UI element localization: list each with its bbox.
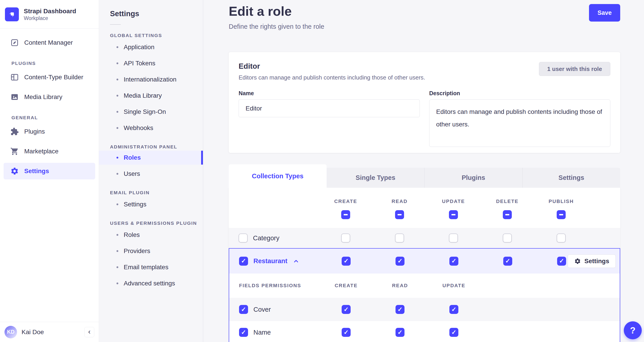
subnav-section-administration-panel: ADMINISTRATION PANEL bbox=[99, 144, 203, 150]
tab-plugins[interactable]: Plugins bbox=[424, 168, 522, 188]
restaurant-create-checkbox[interactable] bbox=[342, 257, 350, 266]
select-all-update-checkbox[interactable] bbox=[449, 210, 458, 219]
cover-update-checkbox[interactable] bbox=[450, 305, 458, 314]
nav-row: Settings bbox=[0, 161, 99, 181]
sidebar-item-content-manager[interactable]: Content Manager bbox=[4, 34, 95, 51]
subnav-item-media-library[interactable]: Media Library bbox=[99, 88, 203, 104]
bullet-icon bbox=[116, 234, 118, 236]
bullet-icon bbox=[116, 95, 118, 97]
restaurant-publish-checkbox[interactable] bbox=[557, 257, 566, 266]
subnav-item-email-templates[interactable]: Email templates bbox=[99, 259, 203, 275]
tab-single-types[interactable]: Single Types bbox=[326, 168, 424, 188]
restaurant-delete-checkbox[interactable] bbox=[503, 257, 512, 266]
subnav-item-internationalization[interactable]: Internationalization bbox=[99, 71, 203, 88]
subnav-item-label: Roles bbox=[124, 231, 140, 238]
role-description-textarea[interactable]: Editors can manage and publish contents … bbox=[429, 100, 610, 147]
users-with-role-button[interactable]: 1 user with this role bbox=[539, 62, 610, 76]
subnav-item-label: Email templates bbox=[124, 264, 168, 271]
cell-update bbox=[427, 305, 481, 314]
bullet-icon bbox=[116, 173, 118, 175]
role-card-text: Editor Editors can manage and publish co… bbox=[238, 62, 425, 81]
nav-row: Content-Type Builder bbox=[0, 67, 99, 87]
inactive-tab-strip: Single Types Plugins Settings bbox=[326, 168, 620, 188]
subnav-item-label: Webhooks bbox=[124, 124, 153, 132]
select-all-create-checkbox[interactable] bbox=[341, 210, 350, 219]
cover-row-checkbox[interactable] bbox=[239, 305, 248, 314]
main-content: Edit a role Define the rights given to t… bbox=[203, 0, 644, 342]
layout-icon bbox=[10, 73, 19, 82]
subnav-item-webhooks[interactable]: Webhooks bbox=[99, 120, 203, 136]
bullet-icon bbox=[116, 46, 118, 48]
bullet-icon bbox=[116, 203, 118, 205]
name-create-checkbox[interactable] bbox=[342, 328, 350, 337]
sidebar-item-label: Content-Type Builder bbox=[24, 74, 83, 81]
row-label: Cover bbox=[254, 306, 271, 313]
subnav-item-roles-admin[interactable]: Roles bbox=[99, 151, 203, 165]
subnav-item-api-tokens[interactable]: API Tokens bbox=[99, 55, 203, 71]
select-all-read-checkbox[interactable] bbox=[395, 210, 404, 219]
cover-read-checkbox[interactable] bbox=[396, 305, 404, 314]
select-all-publish-checkbox[interactable] bbox=[557, 210, 566, 219]
collapse-sidebar-button[interactable]: ‹ bbox=[84, 327, 94, 337]
subnav-item-application[interactable]: Application bbox=[99, 39, 203, 55]
sidebar-item-settings[interactable]: Settings bbox=[4, 163, 95, 179]
category-update-checkbox[interactable] bbox=[449, 233, 458, 242]
divider bbox=[110, 24, 121, 25]
subnav-item-users[interactable]: Users bbox=[99, 166, 203, 182]
save-button[interactable]: Save bbox=[589, 4, 620, 22]
category-row-checkbox[interactable] bbox=[238, 233, 248, 242]
workspace-brand[interactable]: Strapi Dashboard Workplace bbox=[0, 0, 99, 29]
user-bar[interactable]: KD Kai Doe ‹ bbox=[0, 322, 99, 342]
brand-subtitle: Workplace bbox=[24, 15, 76, 21]
subnav-item-advanced-settings[interactable]: Advanced settings bbox=[99, 275, 203, 291]
cover-create-checkbox[interactable] bbox=[342, 305, 350, 314]
bullet-icon bbox=[116, 282, 118, 284]
table-row-restaurant: Restaurant Settings bbox=[229, 249, 620, 273]
select-all-delete-checkbox[interactable] bbox=[503, 210, 512, 219]
description-field-group: Description Editors can manage and publi… bbox=[429, 90, 610, 148]
category-read-checkbox[interactable] bbox=[395, 233, 404, 242]
name-field-group: Name bbox=[238, 90, 420, 148]
app-root: Strapi Dashboard Workplace Content Manag… bbox=[0, 0, 644, 342]
role-name-input[interactable] bbox=[238, 100, 420, 117]
sidebar-item-marketplace[interactable]: Marketplace bbox=[4, 143, 95, 160]
restaurant-row-checkbox[interactable] bbox=[239, 257, 248, 266]
restaurant-settings-button[interactable]: Settings bbox=[568, 254, 616, 268]
tab-settings[interactable]: Settings bbox=[522, 168, 620, 188]
column-publish: PUBLISH bbox=[534, 197, 588, 219]
strapi-glyph bbox=[8, 10, 16, 19]
chevron-left-icon: ‹ bbox=[88, 328, 91, 335]
subnav-item-label: Users bbox=[124, 170, 140, 177]
category-publish-checkbox[interactable] bbox=[557, 233, 566, 242]
table-row-cover: Cover bbox=[229, 298, 620, 321]
cell-delete bbox=[480, 233, 534, 242]
category-delete-checkbox[interactable] bbox=[503, 233, 512, 242]
subnav-item-up-roles[interactable]: Roles bbox=[99, 227, 203, 243]
table-row-name: Name bbox=[229, 321, 620, 342]
name-update-checkbox[interactable] bbox=[450, 328, 458, 337]
name-field-label: Name bbox=[238, 90, 420, 97]
restaurant-update-checkbox[interactable] bbox=[450, 257, 458, 266]
subnav-item-single-sign-on[interactable]: Single Sign-On bbox=[99, 104, 203, 120]
name-row-checkbox[interactable] bbox=[239, 328, 248, 337]
help-button[interactable]: ? bbox=[624, 321, 642, 339]
sidebar-item-content-type-builder[interactable]: Content-Type Builder bbox=[4, 69, 95, 86]
column-label: CREATE bbox=[334, 198, 357, 204]
sidebar-item-media-library[interactable]: Media Library bbox=[4, 89, 95, 105]
column-label: UPDATE bbox=[442, 283, 465, 288]
subnav-item-providers[interactable]: Providers bbox=[99, 243, 203, 259]
row-label-cell: Category bbox=[229, 233, 319, 242]
sidebar-item-label: Media Library bbox=[24, 93, 62, 101]
gear-icon bbox=[574, 258, 581, 264]
brand-text: Strapi Dashboard Workplace bbox=[24, 8, 76, 21]
subnav-item-email-settings[interactable]: Settings bbox=[99, 196, 203, 212]
sidebar-item-plugins[interactable]: Plugins bbox=[4, 123, 95, 140]
subnav-section-users-permissions-plugin: USERS & PERMISSIONS PLUGIN bbox=[99, 220, 203, 226]
cell-delete bbox=[481, 257, 535, 266]
permissions-table-header: CREATE READ UPDATE DELETE bbox=[229, 188, 620, 228]
category-create-checkbox[interactable] bbox=[341, 233, 350, 242]
name-read-checkbox[interactable] bbox=[396, 328, 404, 337]
restaurant-read-checkbox[interactable] bbox=[396, 257, 404, 266]
tab-collection-types[interactable]: Collection Types bbox=[229, 164, 326, 188]
chevron-up-icon[interactable] bbox=[293, 258, 299, 264]
